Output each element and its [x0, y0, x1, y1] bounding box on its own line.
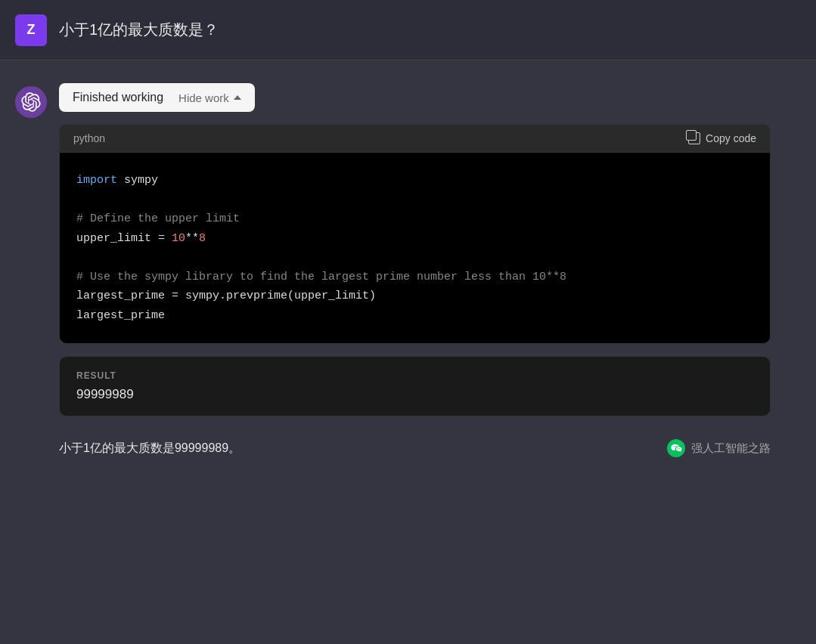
assistant-message-row: Finished working Hide work python Copy c…: [15, 83, 771, 465]
hide-work-button[interactable]: Hide work: [178, 91, 241, 104]
assistant-avatar: [15, 86, 47, 118]
hide-work-label: Hide work: [178, 91, 229, 104]
page-title: 小于1亿的最大质数是？: [59, 20, 219, 40]
wechat-logo-icon: [670, 442, 682, 454]
finished-working-pill: Finished working Hide work: [59, 83, 255, 112]
openai-logo-icon: [21, 92, 41, 112]
answer-text: 小于1亿的最大质数是99999989。: [59, 441, 240, 457]
code-content: import sympy # Define the upper limit up…: [60, 153, 770, 343]
result-label: RESULT: [76, 370, 753, 381]
user-avatar: Z: [15, 14, 47, 46]
wechat-icon: [667, 439, 685, 457]
main-content: Finished working Hide work python Copy c…: [0, 60, 816, 503]
result-block: RESULT 99999989: [59, 356, 771, 416]
copy-code-label: Copy code: [706, 132, 756, 144]
message-body: Finished working Hide work python Copy c…: [59, 83, 771, 465]
copy-code-button[interactable]: Copy code: [688, 132, 756, 144]
finished-label: Finished working: [73, 91, 163, 104]
code-language-label: python: [73, 132, 105, 144]
result-value: 99999989: [76, 387, 753, 402]
code-block: python Copy code import sympy # Define t…: [59, 124, 771, 344]
answer-row: 小于1亿的最大质数是99999989。 强人工智能之路: [59, 432, 771, 465]
avatar-letter: Z: [27, 22, 36, 38]
copy-icon: [688, 132, 700, 144]
chevron-up-icon: [234, 95, 241, 100]
code-block-header: python Copy code: [60, 125, 770, 153]
wechat-channel-label: 强人工智能之路: [691, 441, 771, 456]
wechat-watermark: 强人工智能之路: [667, 439, 771, 457]
header: Z 小于1亿的最大质数是？: [0, 0, 816, 60]
